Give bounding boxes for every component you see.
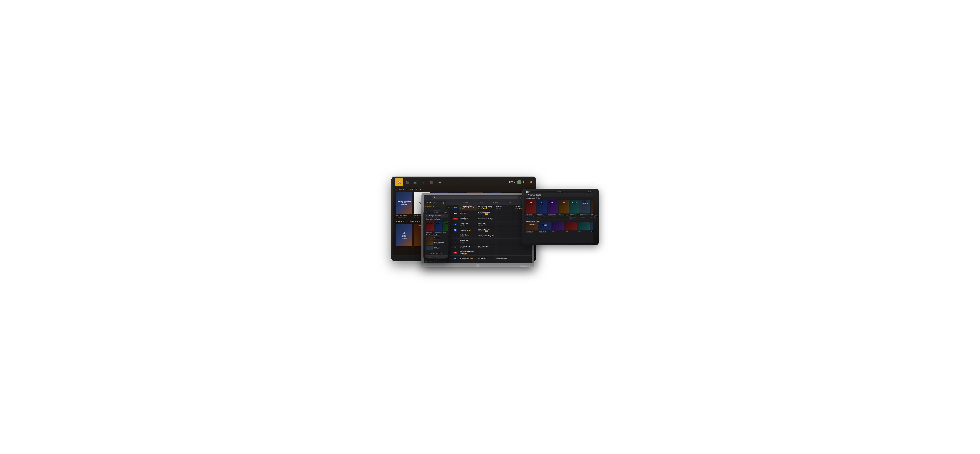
ph-list-icon[interactable]: ≡	[444, 215, 444, 217]
show-cell[interactable]: Judge Judy S22 · E57	[477, 222, 496, 227]
show-cell[interactable]: Check, Please! Bay Area	[477, 233, 496, 239]
show-cell[interactable]	[495, 250, 514, 255]
list-item[interactable]: Martha Martha S32 · E33 · Mar 7 12AM	[591, 200, 593, 219]
show-cell[interactable]	[495, 216, 514, 221]
tv-topbar: 🏠 🎬 📺 ♪ ⬛ ▶ LiveTVFan L PLEX	[393, 178, 535, 186]
show-cell[interactable]: Entertainment Tonight	[477, 216, 496, 221]
table-row: 720 KCAL MLB Baseball NEW NHL Hockey	[446, 256, 532, 261]
ph-back-icon[interactable]: ‹	[426, 215, 427, 217]
phone-frame: Sprint 9:48 PM 100% ‹ Program Guide ≡ ⋯	[423, 209, 450, 261]
show-cell[interactable]	[495, 233, 514, 239]
list-item[interactable]: THELATESHOWJAMESCORDEN	[396, 224, 412, 247]
show-cell[interactable]: ABC7 News on KOFY 7PM NEW	[459, 250, 477, 255]
phone-home-button[interactable]	[434, 256, 439, 261]
tv-nav-camera[interactable]: ▶	[436, 178, 444, 186]
show-thumb: THELATESHOWJAMESCORDEN	[396, 224, 412, 246]
tb-back-icon[interactable]: ‹	[526, 194, 527, 196]
wifi-icon: ⦿	[529, 191, 531, 193]
list-item[interactable]: NightlyBusiness Nightly Business R... To…	[580, 200, 590, 219]
list-item[interactable]: Campaign Once Upon a T...	[434, 221, 442, 233]
phone-screen: Sprint 9:48 PM 100% ‹ Program Guide ≡ ⋯	[425, 212, 448, 258]
tv-nav-photos[interactable]: ⬛	[428, 178, 436, 186]
show-cell[interactable]	[477, 239, 496, 244]
channel-shows: ABC7 News on KOFY 7PM NEW	[459, 250, 532, 255]
mb-back-button[interactable]: ‹	[425, 196, 429, 199]
tb-more-icon[interactable]: ⋯	[590, 194, 591, 196]
show-cell[interactable]: Gotham S4 · E18	[495, 205, 514, 210]
golf-logo: GOLF	[454, 247, 457, 248]
show-cell[interactable]	[514, 256, 532, 261]
show-cell[interactable]	[495, 228, 514, 233]
list-item[interactable]: This is Us Today 9PM	[426, 246, 447, 250]
show-cell[interactable]	[477, 250, 496, 255]
tb-layout-icon[interactable]: ⊞	[587, 194, 589, 196]
show-thumb	[565, 222, 577, 231]
show-cell[interactable]: Blue Bloods S2 · E17	[459, 239, 477, 244]
tablet-home-button[interactable]	[594, 215, 597, 218]
show-cell[interactable]	[495, 244, 514, 250]
channel-logo: KRON4	[452, 218, 459, 220]
ph-new-episodes-title: New Episodes Tonight	[425, 218, 448, 220]
list-item[interactable]: THE LATE LATE SHOWJAMESCORDEN The Late L…	[396, 192, 412, 218]
show-cell[interactable]: Martha Bakes S8 · E10	[459, 233, 477, 239]
activity-icon[interactable]: ⚡	[520, 196, 522, 199]
show-cell[interactable]: Family Feud S19 · E26	[459, 222, 477, 227]
table-row: 702 FOX2 The Big Bang Theory S4 · E16 ●●	[446, 205, 532, 210]
smartphone: Sprint 9:48 PM 100% ‹ Program Guide ≡ ⋯	[423, 209, 450, 261]
mb-channels-label[interactable]: Channels ▾	[424, 205, 446, 208]
show-cell[interactable]: The Big Bang Theory S4 · E16 ●●	[459, 205, 477, 210]
macbook-model: MacBook Pro	[520, 265, 530, 267]
table-row: 705 CBS Family Feud S19 · E26 Judg	[446, 222, 532, 228]
list-item[interactable]: Goldbergs The Goldbergs Tomorrow 8PM	[526, 222, 538, 233]
tv-nav-home[interactable]: 🏠	[395, 178, 403, 186]
show-cell[interactable]	[495, 222, 514, 227]
nbc-logo: NBC	[454, 212, 457, 214]
show-cell[interactable]: NHL Hockey	[477, 256, 496, 261]
list-item[interactable]: Show 5	[578, 222, 590, 233]
ph-header-actions: ≡ ⋯	[444, 215, 447, 217]
list-item[interactable]: Show 4	[565, 222, 577, 233]
ph-search-icon[interactable]: ⋯	[445, 215, 447, 217]
ph-back-area: ‹	[426, 215, 427, 217]
list-item[interactable]: The Middle Today 7PM	[426, 236, 447, 241]
list-item[interactable]: Bloods Bloods	[443, 221, 448, 233]
show-cell[interactable]: Access Hollywood S22 · E184 NEW	[477, 210, 496, 216]
list-item[interactable]: PremierLeague Premier League Tomorrow 12…	[539, 222, 551, 233]
channel-logo: CBS	[452, 223, 459, 226]
tv-user-area: LiveTVFan L PLEX	[505, 180, 532, 185]
show-cell[interactable]: Wheel of Fortune S35 · E154 NEW	[477, 228, 496, 233]
mb-home-button[interactable]: ⌂	[430, 196, 431, 199]
tv-nav-music[interactable]: ♪	[419, 178, 428, 186]
list-item[interactable]: El Divo El Divo y Lázaro Ep 26 · Today 8…	[548, 200, 558, 219]
mb-search-bar[interactable]: 🔍	[432, 196, 519, 199]
show-cell[interactable]	[514, 250, 532, 255]
show-cell[interactable]: Extra NEW	[459, 210, 477, 216]
show-cell[interactable]: The Big Bang Theory S7 · E17 NEW	[477, 205, 496, 210]
list-item[interactable]: Show 3	[552, 222, 564, 233]
show-cell[interactable]	[495, 210, 514, 216]
show-cell[interactable]	[495, 239, 514, 244]
channel-logo: ABCHD	[452, 228, 459, 232]
show-cell[interactable]: Jeopardy! NEW	[459, 228, 477, 233]
tv-nav-tv[interactable]: 📺	[411, 178, 419, 186]
show-cell[interactable]	[514, 244, 532, 250]
tb-header: ‹ Program Guide ⊞ ⋯	[524, 193, 593, 196]
list-item[interactable]: THEBACHELOR The Bachelor S22 · E01 · Tod…	[526, 200, 536, 219]
show-cell[interactable]: The Goldbergs S3 · E1	[459, 244, 477, 250]
list-item[interactable]: THIS ISUS This Is Us	[590, 222, 593, 233]
list-item[interactable]: Washington Washington...	[426, 221, 434, 233]
list-item[interactable]: TheVoice The Voice S14 · E04 · Today 8PM	[537, 200, 547, 219]
ph-upcoming-title: My Upcoming Shows	[426, 234, 447, 236]
tb-new-episodes-title: New Episodes Tonight	[524, 196, 593, 199]
show-cell[interactable]: Sharks Pregame	[495, 256, 514, 261]
list-item[interactable]: La HFA La HFA Ep 25-24 · Today 9PM	[558, 200, 569, 219]
list-item[interactable]: José Joel José Joel, el prínci... Ep 29-…	[570, 200, 579, 219]
channel-logo: NBC	[452, 212, 459, 214]
mb-time-830: 8:30pm	[503, 202, 517, 203]
show-cell[interactable]: MLB Baseball NEW	[459, 256, 477, 261]
fox2-logo: FOX2	[453, 207, 457, 209]
show-cell[interactable]: The Goldbergs S3 · E1	[477, 244, 496, 250]
tv-nav-movies[interactable]: 🎬	[403, 178, 411, 186]
list-item[interactable]: Fresh Off the Boat Today 7:30	[426, 241, 447, 245]
show-cell[interactable]: Inside Edition S30 · E154	[459, 216, 477, 221]
